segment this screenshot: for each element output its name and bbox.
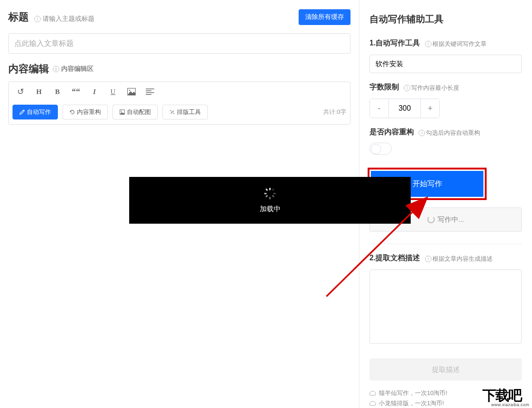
word-limit-label: 字数限制 [369,83,399,91]
svg-rect-11 [273,193,276,195]
auto-image-button[interactable]: 自动配图 [113,105,158,119]
side-divider [369,244,522,244]
align-icon[interactable] [145,87,155,97]
cloud-icon [369,391,376,395]
clear-cache-button[interactable]: 清除所有缓存 [299,9,350,25]
italic-icon[interactable]: I [89,87,100,97]
auto-write-button[interactable]: 自动写作 [13,105,58,119]
pencil-icon [19,109,25,115]
sec1-label: 1.自动写作工具 [369,39,420,47]
writing-status-text: 写作中... [438,215,464,224]
info-icon: i [419,130,425,136]
extract-description-button[interactable]: 提取描述 [369,358,522,381]
svg-point-7 [121,111,122,112]
svg-point-1 [129,90,131,91]
svg-rect-9 [269,197,271,200]
word-limit-hint: i 写作内容最小长度 [404,84,459,92]
rebuild-hint: i 勾选后内容自动重构 [419,129,480,137]
cloud-icon [369,401,376,406]
layout-tool-button[interactable]: 排版工具 [163,105,208,119]
title-hint: i 请输入主题或标题 [34,15,94,23]
loading-text: 加载中 [260,205,281,213]
svg-rect-13 [272,195,275,198]
content-edit-hint: i 内容编辑区 [53,65,94,73]
description-textarea[interactable] [369,270,522,344]
refresh-icon [69,109,75,115]
svg-rect-15 [265,195,268,198]
watermark-logo: 下载吧 www.xiazaiba.com [472,383,532,408]
svg-rect-8 [269,188,271,190]
rebuild-toggle[interactable] [369,143,392,155]
editor-container: ↺ H B ““ I U 自动写作 内 [8,82,350,125]
title-label: 标题 [8,11,29,23]
side-heading: 自动写作辅助工具 [369,13,522,25]
word-limit-stepper: - + [369,99,440,118]
underline-icon[interactable]: U [108,87,118,97]
loading-spinner-icon [427,216,435,223]
content-edit-label: 内容编辑 [8,62,49,76]
undo-icon[interactable]: ↺ [15,87,25,97]
content-rebuild-button[interactable]: 内容重构 [63,105,108,119]
heading-icon[interactable]: H [34,87,44,97]
sec2-label: 2.提取文档描述 [369,254,420,262]
loading-overlay: 加载中 [129,177,411,224]
svg-rect-12 [265,188,268,191]
loading-spinner-icon [263,187,276,200]
article-title-input[interactable] [8,33,350,54]
sec2-hint: i 根据文章内容生成描述 [425,255,493,263]
image-icon[interactable] [126,87,137,97]
stepper-value-input[interactable] [388,99,421,118]
svg-rect-14 [272,188,275,191]
info-icon: i [425,256,432,262]
format-toolbar: ↺ H B ““ I U [9,82,350,102]
rebuild-label: 是否内容重构 [369,128,414,136]
stepper-minus-button[interactable]: - [370,99,388,118]
quote-icon[interactable]: ““ [71,87,81,97]
keyword-input[interactable] [369,55,522,73]
action-toolbar: 自动写作 内容重构 自动配图 排版工具 共计:0字 [9,102,350,124]
word-counter: 共计:0字 [323,108,346,116]
info-icon: i [34,16,41,22]
svg-rect-10 [264,193,267,195]
info-icon: i [425,41,432,47]
sec1-hint: i 根据关键词写作文章 [425,40,487,48]
stepper-plus-button[interactable]: + [421,99,439,118]
tool-icon [169,109,175,115]
info-icon: i [53,66,59,72]
picture-icon [119,109,125,115]
bold-icon[interactable]: B [52,87,63,97]
info-icon: i [404,85,410,91]
